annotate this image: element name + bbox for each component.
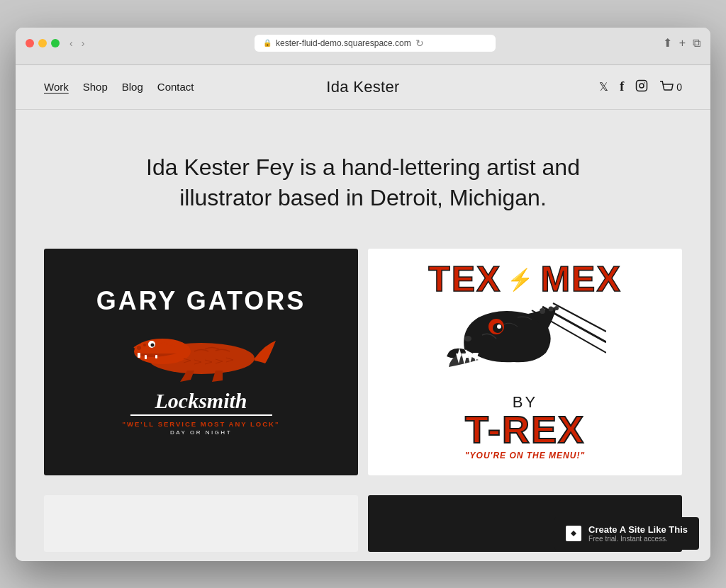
nav-shop[interactable]: Shop	[83, 81, 108, 93]
gallery-item-partial-left[interactable]	[44, 495, 358, 552]
twitter-icon[interactable]: 𝕏	[599, 80, 608, 94]
gator-illustration	[96, 320, 306, 383]
svg-rect-9	[138, 353, 140, 358]
new-tab-button[interactable]: +	[679, 37, 686, 50]
cart-count: 0	[676, 81, 682, 93]
traffic-lights	[26, 39, 60, 47]
forward-button[interactable]: ›	[79, 36, 88, 50]
svg-rect-10	[145, 355, 147, 359]
hero-section: Ida Kester Fey is a hand-lettering artis…	[115, 110, 611, 249]
nav-blog[interactable]: Blog	[122, 81, 143, 93]
site-title: Ida Kester	[257, 78, 469, 96]
cart-icon[interactable]: 0	[659, 81, 682, 94]
url-text: kester-fluid-demo.squarespace.com	[276, 38, 411, 48]
nav-work[interactable]: Work	[44, 81, 69, 93]
site-header: Work Shop Blog Contact Ida Kester 𝕏 f	[16, 65, 710, 110]
trex-illustration	[428, 300, 622, 395]
squarespace-banner[interactable]: Create A Site Like This Free trial. Inst…	[554, 517, 699, 550]
svg-point-27	[554, 306, 559, 310]
squarespace-main-text: Create A Site Like This	[588, 524, 688, 535]
instagram-icon[interactable]	[635, 79, 648, 95]
close-button[interactable]	[26, 39, 34, 47]
svg-point-15	[464, 336, 471, 341]
nav-contact[interactable]: Contact	[157, 81, 194, 93]
gator-tagline: "WE'LL SERVICE MOST ANY LOCK"	[96, 420, 306, 428]
svg-point-6	[150, 344, 154, 347]
svg-rect-11	[155, 355, 157, 358]
browser-actions: ⬆ + ⧉	[663, 36, 700, 50]
minimize-button[interactable]	[38, 39, 47, 47]
back-button[interactable]: ‹	[67, 36, 76, 50]
squarespace-text: Create A Site Like This Free trial. Inst…	[588, 524, 688, 543]
hero-text: Ida Kester Fey is a hand-lettering artis…	[129, 152, 597, 213]
texmex-title: TEX ⚡ MEX	[428, 263, 622, 297]
locksmith-text: Locksmith	[96, 389, 306, 416]
website: Work Shop Blog Contact Ida Kester 𝕏 f	[16, 65, 710, 561]
refresh-button[interactable]: ↻	[415, 38, 424, 49]
website-container: Work Shop Blog Contact Ida Kester 𝕏 f	[16, 65, 710, 561]
nav-left: Work Shop Blog Contact	[44, 81, 257, 93]
facebook-icon[interactable]: f	[620, 79, 624, 94]
lock-icon: 🔒	[263, 39, 272, 47]
trex-tagline: "YOU'RE ON THE MENU!"	[428, 451, 622, 460]
svg-point-2	[644, 82, 646, 84]
browser-chrome: ‹ › 🔒 kester-fluid-demo.squarespace.com …	[16, 28, 710, 65]
gallery-item-tex-mex[interactable]: TEX ⚡ MEX	[368, 249, 682, 475]
svg-rect-0	[637, 80, 647, 91]
duplicate-button[interactable]: ⧉	[693, 37, 700, 50]
nav-right: 𝕏 f 0	[469, 79, 682, 95]
gator-artwork: GARY GATORS	[82, 274, 320, 450]
gator-sub: DAY OR NIGHT	[96, 429, 306, 436]
fullscreen-button[interactable]	[51, 39, 60, 47]
texmex-artwork: TEX ⚡ MEX	[414, 249, 636, 475]
browser-window: ‹ › 🔒 kester-fluid-demo.squarespace.com …	[16, 28, 710, 561]
address-bar[interactable]: 🔒 kester-fluid-demo.squarespace.com ↻	[255, 35, 496, 52]
share-button[interactable]: ⬆	[663, 36, 672, 50]
svg-point-7	[137, 346, 141, 350]
gallery-grid: GARY GATORS	[16, 249, 710, 485]
squarespace-logo	[566, 526, 581, 541]
trex-title: T-REX	[428, 412, 622, 448]
svg-point-25	[540, 308, 545, 314]
gallery-item-gary-gators[interactable]: GARY GATORS	[44, 249, 358, 475]
gator-title: GARY GATORS	[96, 288, 306, 314]
svg-point-1	[640, 84, 644, 88]
browser-nav-buttons: ‹ ›	[67, 36, 87, 50]
svg-point-8	[143, 344, 146, 346]
squarespace-sub-text: Free trial. Instant access.	[588, 535, 688, 543]
svg-point-18	[497, 324, 501, 329]
svg-point-26	[549, 306, 554, 311]
